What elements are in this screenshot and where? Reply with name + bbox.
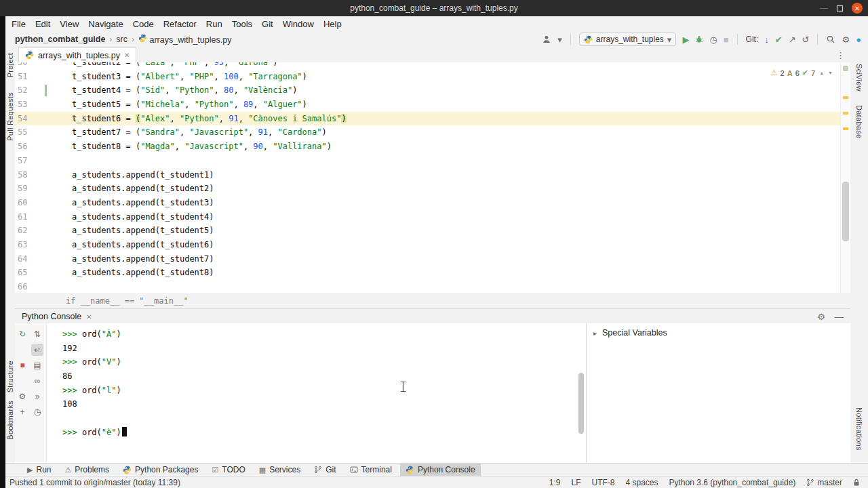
line-number[interactable]: 59 — [15, 182, 72, 196]
console-line[interactable]: >>> ord("l") — [62, 384, 587, 398]
code-line[interactable]: 61a_students.append(t_student4) — [15, 210, 841, 224]
console-line[interactable]: 108 — [62, 397, 587, 411]
line-number[interactable]: 55 — [15, 125, 72, 140]
next-problem-icon[interactable]: ▼ — [828, 70, 833, 75]
code-line[interactable]: 51t_student3 = ("Albert", "PHP", 100, "T… — [15, 70, 841, 84]
console-line[interactable] — [62, 411, 587, 426]
toolwindow-services[interactable]: ▦Services — [254, 464, 306, 476]
line-number[interactable]: 57 — [15, 154, 72, 168]
inspections-widget[interactable]: ⚠ 2 A 6 ✔ 7 ▲ ▼ — [768, 68, 835, 78]
menu-code[interactable]: Code — [128, 19, 159, 29]
code-line[interactable]: 55t_student7 = ("Sandra", "Javascript", … — [15, 125, 841, 140]
line-number[interactable]: 62 — [15, 224, 72, 238]
close-console-icon[interactable]: ✕ — [86, 313, 92, 321]
code-editor[interactable]: 50t_student2 = ("Laia", "PHP", 95, "Giro… — [15, 62, 850, 293]
code-line[interactable]: 59a_students.append(t_student2) — [15, 182, 841, 196]
console-line[interactable]: >>> ord("V") — [62, 355, 587, 369]
line-number[interactable]: 56 — [15, 140, 72, 154]
stripe-warning-mark[interactable] — [843, 112, 848, 115]
close-button[interactable]: ✕ — [852, 3, 863, 14]
chevron-down-icon[interactable]: ▾ — [557, 35, 562, 44]
toolwindow-run[interactable]: ▶Run — [22, 464, 56, 476]
console-line[interactable]: 192 — [62, 342, 587, 356]
stop-icon[interactable]: ■ — [16, 359, 28, 371]
console-line[interactable]: >>> ord("è") — [62, 426, 587, 440]
console-scrollbar[interactable] — [578, 373, 584, 434]
interpreter[interactable]: Python 3.6 (python_combat_guide) — [669, 478, 796, 487]
toolwindow-python-packages[interactable]: Python Packages — [117, 464, 203, 476]
line-number[interactable]: 61 — [15, 210, 72, 224]
console-line[interactable]: >>> ord("À") — [62, 327, 587, 342]
tab-options-icon[interactable]: ⋮ — [836, 51, 845, 60]
menu-view[interactable]: View — [55, 19, 83, 29]
git-commit-button[interactable]: ✔ — [775, 35, 783, 44]
menu-window[interactable]: Window — [278, 19, 319, 29]
git-history-button[interactable]: ↺ — [802, 35, 810, 44]
history-icon[interactable]: ◷ — [31, 406, 43, 418]
stripe-project[interactable]: Project — [6, 53, 14, 77]
menu-file[interactable]: File — [7, 19, 31, 29]
infinity-icon[interactable]: ∞ — [31, 375, 43, 387]
console-line[interactable]: 86 — [62, 369, 587, 384]
line-number[interactable]: 51 — [15, 70, 72, 84]
stripe-structure[interactable]: Structure — [6, 361, 14, 392]
console-settings-icon[interactable]: ⚙ — [16, 390, 28, 403]
code-line[interactable]: 53t_student5 = ("Michela", "Python", 89,… — [15, 98, 841, 112]
menu-run[interactable]: Run — [201, 19, 227, 29]
settings-button[interactable]: ⚙ — [842, 35, 850, 44]
code-line[interactable]: 63a_students.append(t_student6) — [15, 238, 841, 252]
breadcrumb-item[interactable]: src — [116, 35, 127, 44]
line-number[interactable]: 53 — [15, 98, 72, 112]
stripe-database[interactable]: Database — [855, 105, 863, 139]
stripe-bookmarks[interactable]: Bookmarks — [6, 401, 14, 440]
breadcrumb-item[interactable]: arrays_with_tuples.py — [138, 34, 231, 45]
debug-button[interactable] — [695, 35, 703, 43]
toolwindow-terminal[interactable]: Terminal — [344, 464, 397, 476]
line-number[interactable]: 60 — [15, 196, 72, 210]
close-tab-icon[interactable]: ✕ — [124, 52, 130, 59]
rerun-icon[interactable]: ↻ — [16, 328, 28, 340]
indent[interactable]: 4 spaces — [625, 478, 658, 487]
stripe-sciview[interactable]: SciView — [855, 64, 863, 92]
lock-icon[interactable] — [853, 479, 860, 487]
run-configuration-select[interactable]: arrays_with_tuples▾ — [579, 33, 677, 46]
stripe-warning-mark[interactable] — [843, 96, 848, 99]
line-number[interactable]: 54 — [15, 112, 72, 126]
line-number[interactable]: 66 — [15, 280, 72, 293]
chevron-right-icon[interactable]: ▸ — [593, 329, 597, 337]
code-line[interactable]: 54t_student6 = ("Alex", "Python", 91, "C… — [15, 112, 841, 126]
menu-git[interactable]: Git — [257, 19, 278, 29]
stripe-notifications[interactable]: Notifications — [855, 407, 863, 451]
error-stripe[interactable] — [840, 62, 850, 293]
line-number[interactable]: 63 — [15, 238, 72, 252]
code-line[interactable]: 60a_students.append(t_student3) — [15, 196, 841, 210]
stop-button[interactable]: ■ — [724, 35, 729, 44]
print-icon[interactable]: ▤ — [31, 359, 43, 371]
encoding[interactable]: UTF-8 — [591, 478, 614, 487]
code-line[interactable]: 62a_students.append(t_student5) — [15, 224, 841, 238]
title-bar[interactable]: python_combat_guide – arrays_with_tuples… — [0, 0, 868, 16]
tab-python-console[interactable]: Python Console ✕ — [15, 309, 99, 324]
maximize-button[interactable] — [836, 5, 844, 12]
code-line[interactable]: 56t_student8 = ("Magda", "Javascript", 9… — [15, 140, 841, 154]
soft-wrap-icon[interactable]: ↵ — [31, 344, 43, 356]
stripe-pull-requests[interactable]: Pull Requests — [6, 92, 14, 141]
menu-refactor[interactable]: Refactor — [159, 19, 201, 29]
code-line[interactable]: 64a_students.append(t_student7) — [15, 252, 841, 266]
menu-tools[interactable]: Tools — [227, 19, 257, 29]
add-icon[interactable]: + — [16, 406, 28, 418]
git-push-button[interactable]: ↗ — [789, 35, 796, 44]
console-output[interactable]: >>> ord("À")192>>> ord("V")86>>> ord("l"… — [46, 323, 587, 463]
caret-position[interactable]: 1:9 — [549, 478, 561, 487]
line-number[interactable]: 65 — [15, 266, 72, 280]
tab-arrays-with-tuples[interactable]: arrays_with_tuples.py ✕ — [18, 47, 136, 62]
line-number[interactable]: 52 — [15, 83, 72, 98]
profiler-button[interactable]: ◷ — [709, 35, 717, 44]
run-button[interactable]: ▶ — [682, 35, 689, 44]
code-line[interactable]: 52t_student4 = ("Sid", "Python", 80, "Va… — [15, 83, 841, 98]
stripe-warning-mark[interactable] — [843, 127, 848, 130]
line-number[interactable]: 50 — [15, 62, 72, 70]
menu-navigate[interactable]: Navigate — [83, 19, 127, 29]
git-branch[interactable]: master — [806, 478, 842, 487]
line-separator[interactable]: LF — [571, 478, 580, 487]
